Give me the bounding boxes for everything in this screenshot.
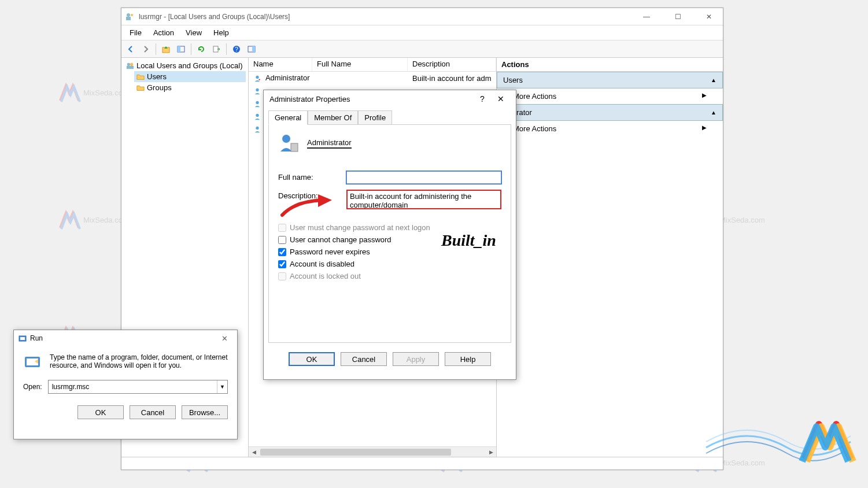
open-input[interactable] bbox=[49, 380, 217, 393]
svg-rect-10 bbox=[252, 46, 255, 52]
ok-button[interactable]: OK bbox=[289, 352, 335, 366]
checkbox-disabled[interactable] bbox=[278, 260, 286, 268]
tab-memberof[interactable]: Member Of bbox=[308, 110, 358, 125]
run-icon bbox=[19, 334, 27, 342]
action-more-actions-admin[interactable]: More Actions ▶ bbox=[497, 121, 723, 136]
checkbox-cannot-change[interactable] bbox=[278, 236, 286, 244]
status-bar bbox=[121, 457, 723, 469]
svg-point-14 bbox=[256, 76, 258, 79]
toolbar: ? bbox=[121, 40, 723, 58]
tree-root-label: Local Users and Groups (Local) bbox=[136, 61, 243, 70]
tree-users-label: Users bbox=[147, 72, 167, 81]
chevron-right-icon: ▶ bbox=[702, 92, 707, 101]
actions-section-users[interactable]: Users ▲ bbox=[497, 72, 723, 88]
open-combobox[interactable]: ▼ bbox=[48, 380, 228, 394]
cancel-button[interactable]: Cancel bbox=[341, 352, 387, 366]
dialog-title: Administrator Properties bbox=[269, 95, 473, 103]
browse-button[interactable]: Browse... bbox=[182, 405, 228, 419]
tab-general[interactable]: General bbox=[268, 110, 308, 125]
svg-rect-6 bbox=[213, 46, 218, 52]
check-disabled[interactable]: Account is disabled bbox=[278, 260, 501, 268]
lusrmgr-icon bbox=[125, 12, 134, 21]
tabs: General Member Of Profile bbox=[264, 110, 516, 124]
actions-header: Actions bbox=[497, 58, 723, 72]
up-button[interactable] bbox=[159, 42, 173, 56]
menubar: File Action View Help bbox=[121, 25, 723, 40]
ok-button[interactable]: OK bbox=[77, 405, 124, 419]
forward-button[interactable] bbox=[139, 42, 153, 56]
row-description: Built-in account for adm bbox=[408, 73, 496, 83]
brand-logo bbox=[700, 390, 862, 482]
context-help-button[interactable]: ? bbox=[473, 92, 492, 106]
close-button[interactable]: ✕ bbox=[699, 10, 719, 24]
apply-button: Apply bbox=[393, 352, 439, 366]
run-titlebar[interactable]: Run ✕ bbox=[14, 330, 237, 346]
tab-content: Administrator Full name: Description: Us… bbox=[268, 124, 511, 343]
tree-groups[interactable]: Groups bbox=[134, 82, 246, 93]
svg-rect-20 bbox=[291, 143, 298, 151]
svg-point-15 bbox=[256, 88, 258, 91]
properties-dialog: Administrator Properties ? ✕ General Mem… bbox=[263, 90, 516, 380]
column-fullname[interactable]: Full Name bbox=[312, 58, 408, 71]
close-button[interactable]: ✕ bbox=[216, 332, 232, 344]
menu-view[interactable]: View bbox=[180, 26, 208, 39]
help-button[interactable]: ? bbox=[230, 42, 243, 56]
collapse-icon: ▲ bbox=[711, 77, 716, 83]
user-icon bbox=[253, 100, 261, 108]
show-hide-tree-button[interactable] bbox=[174, 42, 188, 56]
check-cannot-change[interactable]: User cannot change password bbox=[278, 235, 501, 244]
scroll-right-button[interactable]: ▶ bbox=[486, 448, 496, 457]
checkbox-never-expires[interactable] bbox=[278, 248, 286, 256]
user-icon bbox=[253, 87, 261, 95]
run-dialog: Run ✕ Type the name of a program, folder… bbox=[13, 330, 238, 439]
action-pane-button[interactable] bbox=[245, 42, 258, 56]
svg-rect-13 bbox=[127, 66, 134, 69]
back-button[interactable] bbox=[124, 42, 138, 56]
description-label: Description: bbox=[278, 190, 346, 200]
window-title: lusrmgr - [Local Users and Groups (Local… bbox=[139, 13, 636, 21]
fullname-input[interactable] bbox=[346, 171, 501, 184]
collapse-icon: ▲ bbox=[711, 109, 716, 116]
list-header: Name Full Name Description bbox=[249, 58, 496, 72]
help-button[interactable]: Help bbox=[445, 352, 491, 366]
mmc-titlebar[interactable]: lusrmgr - [Local Users and Groups (Local… bbox=[121, 8, 723, 25]
list-row[interactable]: Administrator Built-in account for adm bbox=[249, 72, 496, 84]
users-groups-icon bbox=[126, 62, 134, 70]
username-label: Administrator bbox=[307, 138, 352, 149]
menu-file[interactable]: File bbox=[124, 26, 147, 39]
actions-section-administrator[interactable]: inistrator ▲ bbox=[497, 104, 723, 121]
tree-root[interactable]: Local Users and Groups (Local) bbox=[124, 60, 246, 71]
export-button[interactable] bbox=[209, 42, 223, 56]
svg-point-2 bbox=[131, 14, 133, 16]
menu-help[interactable]: Help bbox=[208, 26, 235, 39]
action-more-actions[interactable]: More Actions ▶ bbox=[497, 88, 723, 104]
close-button[interactable]: ✕ bbox=[492, 92, 510, 106]
cancel-button[interactable]: Cancel bbox=[130, 405, 176, 419]
tab-profile[interactable]: Profile bbox=[358, 110, 392, 125]
menu-action[interactable]: Action bbox=[147, 26, 180, 39]
folder-icon bbox=[136, 84, 145, 92]
scroll-left-button[interactable]: ◀ bbox=[249, 448, 259, 457]
row-name: Administrator bbox=[265, 73, 310, 82]
minimize-button[interactable]: — bbox=[636, 10, 657, 24]
dialog-buttons: OK Cancel Apply Help bbox=[264, 347, 516, 371]
properties-titlebar[interactable]: Administrator Properties ? ✕ bbox=[264, 90, 516, 108]
svg-point-0 bbox=[127, 13, 130, 17]
column-description[interactable]: Description bbox=[408, 58, 496, 71]
svg-point-18 bbox=[256, 127, 258, 130]
refresh-button[interactable] bbox=[194, 42, 208, 56]
folder-icon bbox=[136, 73, 145, 81]
scroll-thumb[interactable] bbox=[260, 449, 451, 456]
column-name[interactable]: Name bbox=[249, 58, 312, 71]
description-input[interactable] bbox=[346, 190, 501, 209]
tree-users[interactable]: Users bbox=[134, 71, 246, 82]
checkbox-locked bbox=[278, 272, 286, 280]
svg-point-19 bbox=[282, 135, 290, 143]
check-locked: Account is locked out bbox=[278, 272, 501, 280]
check-never-expires[interactable]: Password never expires bbox=[278, 247, 501, 256]
horizontal-scrollbar[interactable]: ◀ ▶ bbox=[249, 446, 496, 457]
chevron-down-icon[interactable]: ▼ bbox=[217, 380, 227, 393]
maximize-button[interactable]: ☐ bbox=[667, 10, 688, 24]
svg-point-16 bbox=[256, 101, 258, 104]
check-must-change: User must change password at next logon bbox=[278, 223, 501, 232]
